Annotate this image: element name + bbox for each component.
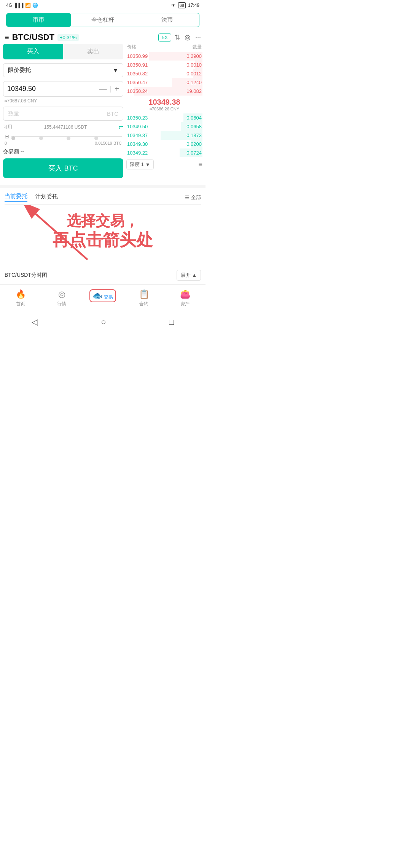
expand-button[interactable]: 展开 ▲: [177, 270, 201, 281]
price-value[interactable]: 10349.50: [7, 85, 96, 93]
battery-indicator: 68: [178, 2, 186, 8]
slider-max: 0.015019 BTC: [95, 141, 122, 145]
eye-icon: 👁: [171, 3, 176, 8]
buy-order-row[interactable]: 10349.50 0.0658: [126, 122, 202, 131]
buy-order-row[interactable]: 10350.23 0.0604: [126, 113, 202, 122]
signal-bars: ▐▐▐: [14, 3, 24, 8]
orders-section: 当前委托 计划委托 ☰ 全部: [0, 188, 206, 205]
order-book: 价格 数量 10350.99 0.2900 10350.91 0.0010 10…: [126, 44, 202, 181]
available-value: 155.44471186 USDT: [44, 124, 87, 130]
buy-btc-button[interactable]: 买入 BTC: [3, 158, 123, 178]
nav-trade-label: 交易: [104, 294, 113, 300]
order-type-dropdown[interactable]: 限价委托 ▼: [3, 63, 123, 77]
orders-tabs: 当前委托 计划委托 ☰ 全部: [5, 188, 201, 205]
buy-orders: 10350.23 0.0604 10349.50 0.0658 10349.37…: [126, 113, 202, 157]
buy-order-row[interactable]: 10349.30 0.0200: [126, 140, 202, 148]
sell-order-row[interactable]: 10350.82 0.0012: [126, 69, 202, 78]
nav-assets[interactable]: 👛 资产: [164, 288, 206, 309]
menu-icon[interactable]: ≡: [5, 33, 9, 42]
tab-planned-orders[interactable]: 计划委托: [35, 193, 58, 202]
assets-icon: 👛: [180, 289, 190, 299]
increment-button[interactable]: +: [115, 85, 119, 93]
status-right: 👁 68 17:49: [171, 2, 199, 8]
nav-contract[interactable]: 📋 合约: [123, 288, 164, 309]
slider-min: 0: [5, 141, 7, 145]
orders-annotation-section: 当前委托 计划委托 ☰ 全部 选择交易， 再点击箭头处: [0, 188, 206, 266]
depth-selector[interactable]: 深度 1 ▼: [126, 160, 154, 169]
buy-tab[interactable]: 买入: [3, 44, 63, 59]
section-divider: [0, 185, 206, 188]
available-label: 可用: [3, 124, 12, 130]
all-label: 全部: [191, 194, 201, 201]
decrement-button[interactable]: —: [99, 85, 107, 93]
nav-home[interactable]: 🔥 首页: [0, 288, 41, 309]
mid-price-cny: ≈70686.26 CNY: [126, 107, 202, 111]
wifi-icon: 📶: [25, 3, 31, 8]
trade-amount-value: --: [21, 148, 24, 155]
depth-view-icon[interactable]: ≡: [198, 161, 202, 169]
order-book-header: 价格 数量: [126, 44, 202, 50]
chart-bar: BTC/USDT分时图 展开 ▲: [0, 266, 206, 284]
quantity-input[interactable]: 数量 BTC: [3, 107, 123, 121]
nav-trade[interactable]: 🐟 交易: [82, 288, 123, 309]
available-row: 可用 155.44471186 USDT ⇄: [3, 124, 123, 130]
status-bar: 4G ▐▐▐ 📶 🌐 👁 68 17:49: [0, 0, 206, 11]
signal-icon: 4G: [6, 3, 12, 8]
header-icons: ⇅ ◎ ···: [174, 33, 201, 41]
slider-left-icon: ⊟: [5, 133, 9, 139]
depth-label: 深度 1: [130, 161, 144, 168]
annotation-line2: 再点击箭头处: [8, 230, 198, 250]
sell-order-row[interactable]: 10350.24 19.082: [126, 87, 202, 96]
back-button[interactable]: ◁: [32, 317, 38, 327]
more-icon[interactable]: ···: [195, 34, 201, 41]
chart-label: BTC/USDT分时图: [5, 272, 47, 279]
settings-icon[interactable]: ◎: [185, 33, 191, 41]
price-input-row: 10349.50 — | +: [3, 81, 123, 97]
transfer-icon[interactable]: ⇄: [119, 124, 123, 130]
sell-order-row[interactable]: 10350.99 0.2900: [126, 52, 202, 61]
trade-amount: 交易额 --: [3, 148, 123, 155]
nav-market-label: 行情: [57, 301, 66, 307]
annotation-line1: 选择交易，: [8, 212, 198, 230]
buy-order-row[interactable]: 10349.22 0.0724: [126, 148, 202, 157]
status-left: 4G ▐▐▐ 📶 🌐: [6, 3, 38, 8]
sell-order-row[interactable]: 10350.91 0.0010: [126, 61, 202, 69]
cny-approx: ≈70687.08 CNY: [3, 98, 123, 104]
recents-button[interactable]: □: [169, 317, 174, 327]
slider-container: ⊟ 0 0.015019 BTC: [3, 133, 123, 145]
annotation-overlay: 选择交易， 再点击箭头处: [0, 205, 206, 266]
tab-fabi[interactable]: 法币: [135, 13, 199, 27]
nav-trade-active-box: 🐟 交易: [89, 289, 116, 302]
quantity-slider[interactable]: [11, 136, 122, 137]
chevron-down-icon: ▼: [145, 162, 150, 168]
chevron-down-icon: ▼: [113, 67, 118, 73]
price-column-header: 价格: [127, 44, 136, 50]
chrome-icon: 🌐: [32, 3, 38, 8]
all-orders-link[interactable]: ☰ 全部: [185, 194, 201, 201]
top-tabs: 币币 全仓杠杆 法币: [6, 13, 199, 27]
trading-pair: BTC/USDT: [12, 32, 54, 42]
home-button[interactable]: ○: [101, 317, 106, 327]
main-content: 买入 卖出 限价委托 ▼ 10349.50 — | + ≈70687.08 CN…: [0, 44, 206, 181]
price-change-badge: +0.31%: [57, 34, 79, 41]
time-display: 17:49: [188, 3, 199, 8]
leverage-badge[interactable]: 5X: [158, 34, 171, 41]
tab-leverage[interactable]: 全仓杠杆: [71, 13, 135, 27]
market-icon: ◎: [58, 289, 65, 299]
quantity-unit: BTC: [107, 110, 118, 117]
buy-order-row[interactable]: 10349.37 0.1873: [126, 131, 202, 140]
tab-bibi[interactable]: 币币: [6, 13, 71, 27]
nav-home-label: 首页: [16, 301, 25, 307]
sell-orders: 10350.99 0.2900 10350.91 0.0010 10350.82…: [126, 52, 202, 96]
nav-market[interactable]: ◎ 行情: [41, 288, 82, 309]
tab-current-orders[interactable]: 当前委托: [5, 193, 27, 202]
chart-type-icon[interactable]: ⇅: [174, 33, 180, 41]
sell-tab[interactable]: 卖出: [63, 44, 123, 59]
annotation-text: 选择交易， 再点击箭头处: [8, 209, 198, 250]
nav-assets-label: 资产: [180, 301, 190, 307]
nav-contract-label: 合约: [139, 301, 148, 307]
mid-price: 10349.38 ≈70686.26 CNY: [126, 96, 202, 113]
sell-order-row[interactable]: 10350.47 0.1240: [126, 78, 202, 87]
contract-icon: 📋: [139, 289, 149, 299]
qty-column-header: 数量: [193, 44, 202, 50]
